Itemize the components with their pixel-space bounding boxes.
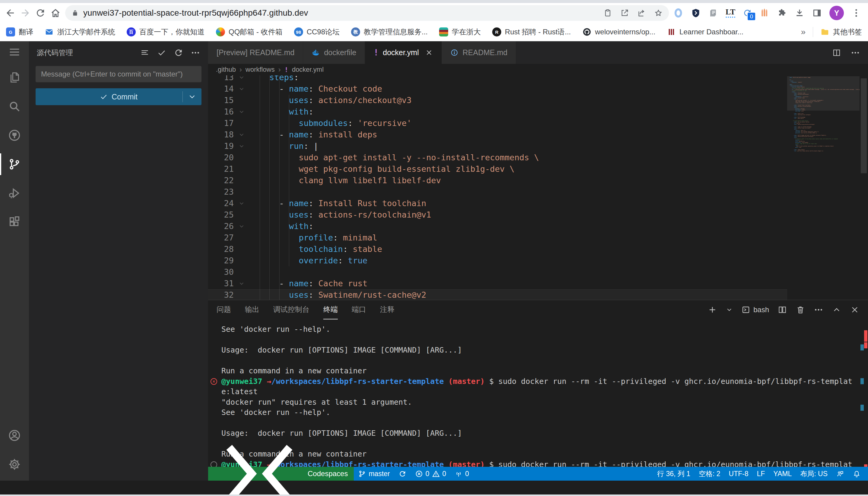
extension-shield-icon[interactable]: [691, 8, 701, 18]
breadcrumb-file[interactable]: docker.yml: [292, 66, 324, 74]
extension-notes-icon[interactable]: [708, 8, 718, 18]
status-indentation[interactable]: 空格: 2: [694, 467, 725, 481]
activity-account[interactable]: [0, 421, 29, 450]
minimap[interactable]: name: Build and publish docker image on:…: [787, 75, 859, 300]
activity-extensions[interactable]: [0, 207, 29, 236]
back-icon[interactable]: [5, 7, 16, 18]
profile-avatar[interactable]: Y: [829, 6, 844, 20]
view-options-icon[interactable]: [140, 48, 150, 58]
browser-menu-icon[interactable]: [851, 8, 862, 18]
fold-icon[interactable]: [237, 221, 246, 232]
share-icon[interactable]: [637, 9, 646, 17]
commit-message-input[interactable]: Message (Ctrl+Enter to commit on "master…: [35, 66, 201, 82]
editor-more-icon[interactable]: [851, 48, 860, 58]
fold-icon[interactable]: [237, 278, 246, 289]
remote-indicator[interactable]: Codespaces: [208, 467, 354, 481]
bookmark-item[interactable]: weloveinterns/op...: [582, 27, 655, 36]
scrollbar-thumb[interactable]: [861, 78, 867, 173]
activity-source-control[interactable]: [0, 150, 29, 179]
activity-github[interactable]: [0, 121, 29, 150]
bookmark-item[interactable]: G翻译: [6, 27, 33, 37]
extension-oval-icon[interactable]: [673, 8, 684, 18]
status-sync[interactable]: [394, 467, 411, 481]
panel-tab-terminal[interactable]: 终端: [323, 300, 338, 320]
bookmark-item[interactable]: 98CC98论坛: [294, 27, 340, 37]
status-notifications[interactable]: [848, 467, 865, 481]
clipboard-icon[interactable]: [603, 9, 612, 17]
status-feedback[interactable]: [832, 467, 848, 481]
terminal-output[interactable]: See 'docker run --help'.Usage: docker ru…: [208, 320, 868, 481]
open-in-window-icon[interactable]: [620, 9, 629, 17]
bookmark-label: QQ邮箱 - 收件箱: [229, 27, 283, 37]
bookmark-item[interactable]: 百百度一下，你就知道: [127, 27, 205, 37]
languagetool-icon[interactable]: LT: [725, 8, 735, 18]
terminal-picker-chevron-icon[interactable]: [725, 306, 733, 313]
fold-icon[interactable]: [237, 129, 246, 140]
panel-tab-debug-console[interactable]: 调试控制台: [273, 300, 310, 320]
tab-docker-yml[interactable]: !docker.yml: [365, 41, 442, 64]
other-bookmarks-button[interactable]: 其他书签: [820, 27, 862, 37]
status-keyboard-layout[interactable]: 布局: US: [796, 467, 832, 481]
breadcrumb-item[interactable]: .github: [216, 66, 236, 74]
bookmark-item[interactable]: 学在浙大: [439, 27, 481, 37]
extension-sync-icon[interactable]: 0: [743, 8, 752, 18]
status-language-mode[interactable]: YAML: [769, 467, 796, 481]
new-terminal-icon[interactable]: [707, 305, 717, 314]
status-encoding[interactable]: UTF-8: [724, 467, 752, 481]
commit-dropdown-icon[interactable]: [188, 92, 197, 101]
editor-scrollbar[interactable]: [859, 75, 868, 300]
side-panel-icon[interactable]: [812, 8, 822, 18]
panel-tab-output[interactable]: 输出: [245, 300, 259, 320]
bookmark-star-icon[interactable]: [654, 9, 663, 17]
tab-close-icon[interactable]: [425, 48, 433, 57]
bookmark-label: Learner Dashboar...: [679, 28, 744, 36]
address-bar[interactable]: yunwei37-potential-space-trout-rpr5qwj66…: [65, 5, 669, 21]
status-problems[interactable]: 00: [411, 467, 451, 481]
status-eol[interactable]: LF: [752, 467, 769, 481]
maximize-panel-icon[interactable]: [832, 305, 841, 314]
status-ports[interactable]: 0: [450, 467, 473, 481]
panel-tab-ports[interactable]: 端口: [351, 300, 366, 320]
status-cursor-position[interactable]: 行 36, 列 1: [653, 467, 694, 481]
split-editor-icon[interactable]: [832, 48, 841, 58]
bookmark-item[interactable]: 教教学管理信息服务...: [351, 27, 428, 37]
forward-icon[interactable]: [20, 7, 31, 18]
activity-search[interactable]: [0, 92, 29, 121]
fold-icon[interactable]: [237, 75, 246, 83]
status-branch[interactable]: master: [354, 467, 394, 481]
home-icon[interactable]: [50, 7, 61, 18]
extensions-puzzle-icon[interactable]: [777, 8, 787, 18]
downloads-icon[interactable]: [794, 8, 805, 18]
extension-crayons-icon[interactable]: [760, 8, 770, 18]
terminal-shell-item[interactable]: bash: [741, 305, 769, 314]
panel-tab-problems[interactable]: 问题: [216, 300, 231, 320]
activity-settings[interactable]: [0, 450, 29, 479]
kill-terminal-icon[interactable]: [796, 305, 805, 314]
split-terminal-icon[interactable]: [778, 305, 787, 314]
breadcrumb-item[interactable]: workflows: [245, 66, 275, 74]
fold-icon[interactable]: [237, 198, 246, 209]
fold-icon[interactable]: [237, 140, 246, 152]
menu-button[interactable]: [0, 41, 29, 63]
reload-icon[interactable]: [35, 7, 46, 18]
activity-explorer[interactable]: [0, 63, 29, 92]
tab-readme-md[interactable]: README.md: [442, 41, 517, 64]
more-actions-icon[interactable]: [191, 48, 200, 58]
activity-run-debug[interactable]: [0, 179, 29, 207]
tab-dockerfile[interactable]: dockerfile: [303, 41, 365, 64]
bookmark-item[interactable]: Learner Dashboar...: [667, 27, 744, 36]
panel-tab-comments[interactable]: 注释: [380, 300, 394, 320]
bookmarks-overflow-icon[interactable]: »: [801, 27, 806, 37]
fold-icon[interactable]: [237, 83, 246, 95]
panel-more-icon[interactable]: [814, 305, 823, 314]
tab--preview-readme-md[interactable]: [Preview] README.md: [208, 41, 303, 64]
commit-button[interactable]: Commit: [35, 88, 201, 105]
fold-icon[interactable]: [237, 106, 246, 118]
close-panel-icon[interactable]: [850, 305, 859, 314]
code-editor[interactable]: 13 steps:14 - name: Checkout code15 uses…: [208, 75, 868, 300]
commit-action-icon[interactable]: [157, 48, 166, 58]
refresh-icon[interactable]: [174, 48, 183, 58]
bookmark-item[interactable]: 浙江大学邮件系统: [45, 27, 115, 37]
bookmark-item[interactable]: QQ邮箱 - 收件箱: [216, 27, 283, 37]
bookmark-item[interactable]: RRust 招聘 - Rust语...: [492, 27, 571, 37]
